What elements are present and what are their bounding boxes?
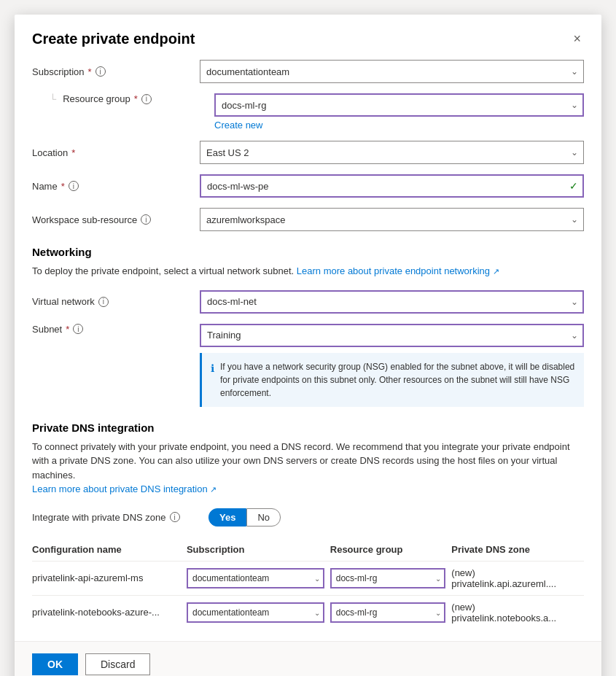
name-control: ✓ (200, 174, 584, 198)
integrate-dns-row: Integrate with private DNS zone i Yes No (32, 508, 584, 527)
col-header-config-name: Configuration name (32, 538, 187, 562)
create-new-link[interactable]: Create new (214, 120, 262, 131)
dns-table-row: privatelink-notebooks-azure-... document… (32, 595, 584, 629)
resource-group-select-wrapper: docs-ml-rg ⌄ (214, 93, 584, 117)
dns-subscription-cell: documentationteam ⌄ (187, 561, 330, 595)
integrate-dns-label: Integrate with private DNS zone i (32, 512, 200, 523)
discard-button[interactable]: Discard (85, 653, 150, 675)
dns-subscription-select-1[interactable]: documentationteam (187, 602, 324, 623)
dns-rg-select-0[interactable]: docs-ml-rg (330, 568, 446, 588)
dns-resource-group-cell: docs-ml-rg ⌄ (330, 595, 452, 629)
networking-section-title: Networking (32, 246, 584, 258)
nsg-info-icon: ℹ (211, 361, 214, 400)
subscription-select[interactable]: documentationteam (200, 60, 584, 83)
location-row: Location * East US 2 ⌄ (32, 141, 584, 164)
private-dns-section-title: Private DNS integration (32, 421, 584, 434)
resource-group-row: └ Resource group * i docs-ml-rg ⌄ Create… (47, 93, 584, 131)
subscription-label: Subscription * i (32, 66, 200, 77)
virtual-network-label: Virtual network i (32, 296, 200, 307)
resource-group-control: docs-ml-rg ⌄ Create new (214, 93, 584, 131)
integrate-dns-toggle-group: Yes No (208, 508, 281, 527)
integrate-dns-info-icon[interactable]: i (170, 512, 180, 522)
required-star-rg: * (134, 93, 138, 104)
name-info-icon[interactable]: i (69, 181, 79, 191)
workspace-sub-resource-label: Workspace sub-resource i (32, 214, 200, 225)
dns-rg-select-1[interactable]: docs-ml-rg (330, 602, 446, 623)
virtual-network-control: docs-ml-net ⌄ (200, 290, 584, 314)
resource-group-label: └ Resource group * i (47, 93, 214, 104)
subnet-row: Subnet * i Training ⌄ ℹ If you have a ne… (32, 324, 584, 407)
workspace-sub-resource-info-icon[interactable]: i (141, 214, 151, 225)
subnet-control: Training ⌄ ℹ If you have a network secur… (200, 324, 584, 407)
dns-rg-select-wrapper: docs-ml-rg ⌄ (330, 568, 446, 588)
external-link-icon: ↗ (493, 267, 499, 276)
location-label: Location * (32, 147, 200, 158)
dialog-footer: OK Discard (15, 641, 601, 677)
dns-rg-select-wrapper: docs-ml-rg ⌄ (330, 602, 446, 623)
subnet-info-icon[interactable]: i (73, 324, 83, 334)
private-dns-section-desc: To connect privately with your private e… (32, 440, 584, 497)
virtual-network-select[interactable]: docs-ml-net (200, 290, 584, 314)
valid-check-icon: ✓ (569, 180, 578, 192)
dns-zone-cell: (new) privatelink.api.azureml.... (451, 561, 584, 595)
dialog-header: Create private endpoint × (15, 15, 601, 60)
dns-subscription-select-0[interactable]: documentationteam (187, 568, 324, 588)
create-private-endpoint-dialog: Create private endpoint × Subscription *… (15, 15, 601, 676)
dns-integration-table: Configuration name Subscription Resource… (32, 538, 584, 629)
required-star: * (88, 66, 92, 77)
subnet-label: Subnet * i (32, 324, 200, 335)
toggle-no-button[interactable]: No (246, 508, 281, 527)
subnet-select-wrapper: Training ⌄ (200, 324, 584, 347)
col-header-resource-group: Resource group (330, 538, 452, 562)
learn-more-networking-link[interactable]: Learn more about private endpoint networ… (297, 265, 499, 276)
name-input-wrapper: ✓ (200, 174, 584, 198)
nsg-info-box: ℹ If you have a network security group (… (200, 353, 584, 407)
close-button[interactable]: × (570, 29, 584, 48)
location-control: East US 2 ⌄ (200, 141, 584, 164)
workspace-sub-resource-select-wrapper: azuremlworkspace ⌄ (200, 208, 584, 231)
subscription-row: Subscription * i documentationteam ⌄ (32, 60, 584, 83)
dns-external-link-icon: ↗ (210, 485, 217, 494)
workspace-sub-resource-select[interactable]: azuremlworkspace (200, 208, 584, 231)
toggle-yes-button[interactable]: Yes (208, 508, 246, 527)
location-select[interactable]: East US 2 (200, 141, 584, 164)
subscription-info-icon[interactable]: i (95, 66, 106, 77)
dns-subscription-select-wrapper: documentationteam ⌄ (187, 602, 324, 623)
resource-group-info-icon[interactable]: i (141, 94, 152, 104)
learn-more-dns-link[interactable]: Learn more about private DNS integration… (32, 483, 217, 494)
virtual-network-row: Virtual network i docs-ml-net ⌄ (32, 290, 584, 314)
networking-section-desc: To deploy the private endpoint, select a… (32, 264, 584, 279)
col-header-subscription: Subscription (187, 538, 330, 562)
subnet-select[interactable]: Training (200, 324, 584, 347)
dialog-body: Subscription * i documentationteam ⌄ └ R… (15, 60, 601, 641)
col-header-private-dns-zone: Private DNS zone (451, 538, 584, 562)
dns-config-name-cell: privatelink-notebooks-azure-... (32, 595, 187, 629)
dns-resource-group-cell: docs-ml-rg ⌄ (330, 561, 452, 595)
required-star-subnet: * (66, 324, 69, 335)
workspace-sub-resource-row: Workspace sub-resource i azuremlworkspac… (32, 208, 584, 231)
virtual-network-select-wrapper: docs-ml-net ⌄ (200, 290, 584, 314)
subscription-control: documentationteam ⌄ (200, 60, 584, 83)
dialog-title: Create private endpoint (32, 31, 195, 47)
dns-zone-cell: (new) privatelink.notebooks.a... (451, 595, 584, 629)
subscription-select-wrapper: documentationteam ⌄ (200, 60, 584, 83)
dns-subscription-cell: documentationteam ⌄ (187, 595, 330, 629)
ok-button[interactable]: OK (32, 653, 78, 675)
workspace-sub-resource-control: azuremlworkspace ⌄ (200, 208, 584, 231)
dns-config-name-cell: privatelink-api-azureml-ms (32, 561, 187, 595)
required-star-name: * (61, 181, 65, 192)
name-row: Name * i ✓ (32, 174, 584, 198)
location-select-wrapper: East US 2 ⌄ (200, 141, 584, 164)
name-input[interactable] (200, 174, 584, 198)
virtual-network-info-icon[interactable]: i (98, 297, 109, 307)
name-label: Name * i (32, 181, 200, 192)
resource-group-select[interactable]: docs-ml-rg (214, 93, 584, 117)
dns-table-row: privatelink-api-azureml-ms documentation… (32, 561, 584, 595)
dns-subscription-select-wrapper: documentationteam ⌄ (187, 568, 324, 588)
required-star-loc: * (71, 147, 75, 158)
